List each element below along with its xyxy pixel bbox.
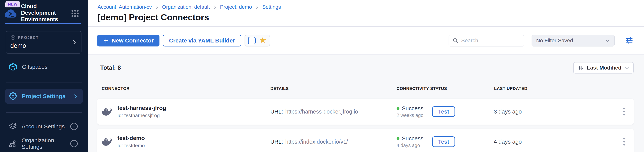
sidebar-item-project-settings[interactable]: Project Settings — [5, 89, 82, 104]
connectors-list: Total: 8 Last Modified CONNECTOR DETAILS… — [88, 55, 644, 152]
column-header-connector: CONNECTOR — [97, 86, 266, 91]
sidebar: NEW Cloud Development Environments PROJE… — [0, 0, 88, 152]
docker-icon — [102, 106, 113, 117]
org-chart-gear-icon — [8, 140, 17, 148]
app-grid-icon[interactable] — [72, 10, 78, 17]
search-input[interactable] — [461, 38, 520, 44]
gear-icon — [9, 92, 17, 100]
row-menu-icon[interactable] — [621, 136, 627, 148]
sort-value: Last Modified — [587, 65, 622, 71]
table-row[interactable]: test-demo Id: testdemo URL:https://index… — [97, 129, 634, 152]
filter-sliders-icon[interactable] — [624, 36, 634, 45]
yaml-builder-button[interactable]: Create via YAML Builder — [163, 35, 241, 47]
sidebar-item-organization-settings[interactable]: Organization Settings — [0, 139, 88, 149]
brand-header: NEW Cloud Development Environments — [0, 0, 88, 24]
column-header-connectivity-status: CONNECTIVITY STATUS — [392, 86, 489, 91]
sidebar-divider — [6, 82, 82, 82]
search-box — [448, 35, 524, 47]
sidebar-item-label: Project Settings — [22, 93, 66, 99]
breadcrumb-settings-link[interactable]: Settings — [262, 4, 281, 10]
new-connector-button[interactable]: New Connector — [97, 35, 160, 47]
sidebar-item-label: Organization Settings — [22, 137, 65, 150]
url-label: URL: — [270, 139, 283, 145]
chevron-right-icon — [255, 5, 259, 9]
chevron-right-icon — [213, 5, 217, 9]
breadcrumb-account-link[interactable]: Account: Automation-cv — [98, 4, 152, 10]
status-text: Success — [402, 105, 423, 112]
status-text: Success — [402, 135, 423, 142]
new-badge: NEW — [5, 1, 20, 7]
project-label: PROJECT — [18, 35, 38, 40]
sort-arrows-icon — [578, 65, 584, 71]
test-button[interactable]: Test — [432, 136, 455, 147]
saved-filter-value: No Filter Saved — [536, 38, 573, 44]
status-time: 4 days ago — [396, 143, 423, 148]
page-title: [demo] Project Connectors — [98, 12, 209, 22]
status-dot — [396, 107, 400, 110]
chevron-right-icon — [155, 5, 159, 9]
chevron-down-icon — [624, 65, 630, 70]
test-button[interactable]: Test — [432, 106, 455, 117]
table-header-row: CONNECTOR DETAILS CONNECTIVITY STATUS LA… — [97, 86, 634, 91]
table-row[interactable]: test-harness-jfrog Id: testharnessjfrog … — [97, 99, 634, 125]
connector-name: test-harness-jfrog — [118, 105, 166, 111]
connector-id: Id: testdemo — [118, 143, 145, 149]
info-icon[interactable] — [70, 122, 78, 131]
plus-icon — [103, 38, 109, 44]
sidebar-item-label: Account Settings — [22, 123, 65, 130]
last-updated: 3 days ago — [489, 108, 611, 115]
column-header-last-updated: LAST UPDATED — [489, 86, 611, 91]
chevron-right-icon — [73, 93, 78, 99]
page-header: Account: Automation-cv Organization: def… — [88, 0, 644, 27]
project-selector[interactable]: PROJECT demo — [6, 31, 82, 54]
toolbar: New Connector Create via YAML Builder ★ … — [88, 27, 644, 55]
total-count: Total: 8 — [100, 64, 121, 71]
product-title: Cloud Development Environments — [21, 3, 65, 22]
gitspaces-cube-icon — [8, 63, 18, 71]
search-icon — [452, 38, 458, 44]
sidebar-item-label: Gitspaces — [22, 64, 48, 70]
project-cube-icon — [10, 35, 16, 40]
project-name: demo — [10, 42, 77, 49]
url-label: URL: — [270, 109, 283, 115]
column-header-details: DETAILS — [266, 86, 392, 91]
info-icon[interactable] — [70, 139, 78, 148]
main-panel: Account: Automation-cv Organization: def… — [88, 0, 644, 152]
last-updated: 4 days ago — [489, 139, 611, 145]
cloud-terminal-logo-icon — [4, 8, 17, 19]
sidebar-item-account-settings[interactable]: Account Settings — [0, 122, 88, 131]
connector-id: Id: testharnessjfrog — [118, 113, 166, 118]
sidebar-divider — [6, 112, 82, 113]
status-dot — [396, 137, 400, 140]
url-value: https://harness-docker.jfrog.io — [285, 109, 358, 115]
star-icon: ★ — [259, 36, 266, 44]
favorites-checkbox[interactable] — [248, 37, 256, 44]
yaml-builder-label: Create via YAML Builder — [169, 37, 235, 44]
layers-gear-icon — [8, 122, 17, 131]
breadcrumb-project-link[interactable]: Project: demo — [220, 4, 252, 10]
row-menu-icon[interactable] — [621, 105, 627, 118]
docker-icon — [102, 136, 113, 147]
new-connector-label: New Connector — [112, 37, 154, 44]
chevron-right-icon — [72, 39, 77, 45]
sort-dropdown[interactable]: Last Modified — [573, 62, 634, 74]
connector-name: test-demo — [118, 135, 145, 141]
chevron-down-icon — [604, 38, 610, 43]
status-time: 2 weeks ago — [396, 113, 423, 118]
url-value: https://index.docker.io/v1/ — [285, 139, 348, 145]
breadcrumb: Account: Automation-cv Organization: def… — [98, 4, 281, 10]
saved-filter-dropdown[interactable]: No Filter Saved — [532, 35, 614, 47]
sidebar-item-gitspaces[interactable]: Gitspaces — [0, 62, 88, 72]
brand-underline — [5, 23, 81, 24]
breadcrumb-organization-link[interactable]: Organization: default — [162, 4, 210, 10]
favorites-filter-group: ★ — [244, 35, 270, 47]
